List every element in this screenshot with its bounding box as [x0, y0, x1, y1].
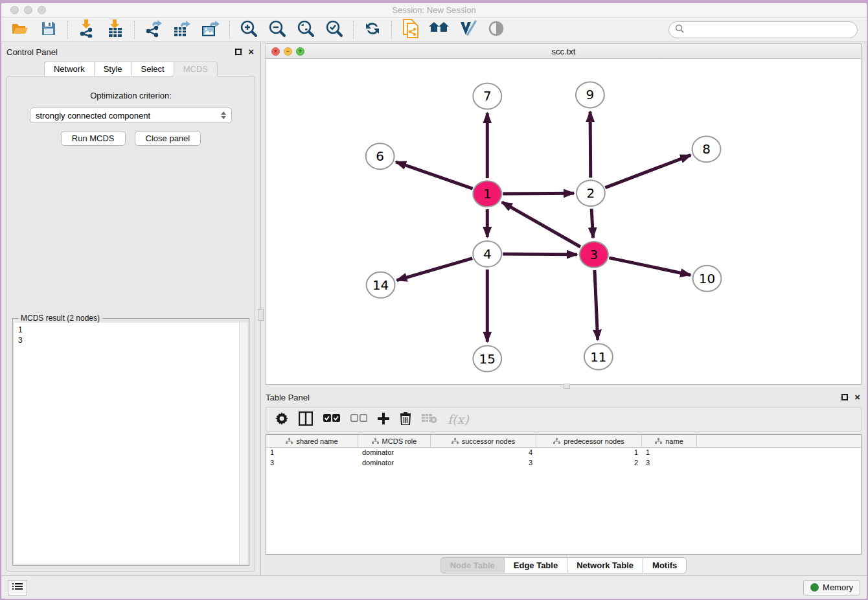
float-panel-icon[interactable] [235, 49, 242, 55]
column-header-predecessor-nodes[interactable]: predecessor nodes [536, 435, 642, 447]
fx-icon: f(x) [448, 412, 469, 426]
export-table-button[interactable] [170, 19, 194, 40]
column-header-successor-nodes[interactable]: successor nodes [431, 435, 536, 447]
open-session-button[interactable] [8, 19, 32, 40]
table-cell[interactable]: 4 [431, 448, 536, 458]
select-all-columns-button[interactable] [323, 414, 340, 424]
table-header-row: shared nameMCDS rolesuccessor nodesprede… [266, 435, 861, 448]
clone-network-button[interactable] [398, 19, 423, 40]
export-table-icon [173, 19, 191, 40]
main-toolbar [1, 17, 867, 42]
network-window: × − + scc.txt 7968124314101511 [266, 43, 862, 385]
zoom-out-button[interactable] [265, 19, 290, 40]
graph-edge-2-8[interactable] [605, 155, 691, 187]
refresh-button[interactable] [360, 19, 385, 40]
graph-edge-2-3[interactable] [591, 209, 593, 238]
table-cell[interactable]: 1 [266, 448, 358, 458]
tab-style[interactable]: Style [94, 62, 131, 76]
import-table-button[interactable] [103, 19, 128, 40]
graph-edge-4-3[interactable] [503, 254, 577, 255]
toolbar-separator [67, 21, 68, 39]
node-table[interactable]: shared nameMCDS rolesuccessor nodesprede… [266, 434, 862, 555]
graph-edge-4-14[interactable] [397, 259, 473, 281]
export-network-icon [144, 19, 163, 40]
search-input[interactable] [688, 25, 851, 34]
optimization-select[interactable]: strongly connected component [30, 108, 232, 123]
zoom-in-button[interactable] [236, 19, 261, 40]
tab-edge-table[interactable]: Edge Table [504, 557, 567, 573]
graph-edge-2-9[interactable] [590, 111, 591, 178]
control-panel: Control Panel × NetworkStyleSelectMCDS O… [1, 42, 261, 575]
table-settings-button[interactable] [275, 412, 288, 427]
memory-button[interactable]: Memory [803, 580, 860, 595]
network-canvas[interactable]: 7968124314101511 [266, 59, 861, 384]
graph-node-label-6: 6 [376, 148, 384, 164]
graph-node-label-1: 1 [483, 186, 492, 202]
graph-node-label-3: 3 [590, 247, 599, 262]
graph-node-label-10: 10 [699, 271, 715, 286]
column-header-name[interactable]: name [642, 435, 697, 447]
horizontal-splitter[interactable] [266, 385, 862, 389]
table-cell[interactable]: dominator [358, 448, 431, 458]
birds-eye-view-button[interactable] [484, 19, 508, 40]
graph-edge-3-11[interactable] [595, 270, 598, 340]
tab-node-table[interactable]: Node Table [440, 557, 504, 573]
table-row[interactable]: 3dominator323 [266, 458, 861, 468]
horizontal-splitter-handle[interactable] [564, 384, 570, 389]
tab-mcds[interactable]: MCDS [174, 62, 218, 76]
close-panel-icon[interactable]: × [248, 49, 254, 55]
zoom-out-icon [268, 19, 286, 40]
save-icon [41, 21, 56, 38]
table-row[interactable]: 1dominator411 [266, 448, 861, 458]
plus-icon [378, 413, 389, 426]
graph-edge-1-6[interactable] [396, 162, 473, 189]
table-cell[interactable]: dominator [358, 458, 431, 468]
table-cell[interactable]: 3 [266, 458, 358, 468]
gear-icon [275, 412, 288, 427]
unselect-all-columns-button[interactable] [350, 414, 367, 424]
table-cell[interactable]: 1 [642, 448, 697, 458]
graphics-details-button[interactable] [455, 19, 480, 40]
export-image-button[interactable] [198, 19, 223, 40]
export-network-button[interactable] [141, 19, 166, 40]
delete-column-button[interactable] [400, 412, 411, 427]
table-cell[interactable]: 3 [642, 458, 697, 468]
function-builder-button[interactable]: f(x) [448, 412, 469, 426]
show-columns-button[interactable] [299, 411, 313, 428]
memory-status-icon [810, 583, 819, 592]
close-table-panel-icon[interactable]: × [854, 394, 860, 400]
import-network-button[interactable] [74, 19, 99, 40]
close-panel-button[interactable]: Close panel [135, 131, 201, 146]
vertical-splitter-handle[interactable] [258, 309, 264, 321]
tab-select[interactable]: Select [131, 62, 174, 76]
tab-network[interactable]: Network [44, 62, 94, 76]
mcds-result-list[interactable]: 1 3 [14, 323, 239, 564]
refresh-icon [364, 20, 381, 39]
table-cell[interactable]: 3 [431, 458, 536, 468]
graphics-details-icon [459, 20, 477, 39]
zoom-in-icon [240, 19, 258, 40]
zoom-fit-button[interactable] [293, 19, 318, 40]
save-session-button[interactable] [36, 19, 61, 40]
column-header-shared-name[interactable]: shared name [266, 435, 358, 447]
tab-network-table[interactable]: Network Table [567, 557, 643, 573]
titlebar: Session: New Session [1, 3, 867, 17]
result-scrollbar[interactable] [239, 323, 247, 564]
graph-edge-3-10[interactable] [609, 258, 691, 275]
graph-edge-1-2[interactable] [503, 193, 574, 194]
table-cell[interactable]: 1 [536, 448, 642, 458]
add-column-button[interactable] [378, 413, 389, 426]
table-cell[interactable]: 2 [536, 458, 642, 468]
column-header-MCDS-role[interactable]: MCDS role [358, 435, 431, 447]
search-box[interactable] [668, 21, 858, 38]
search-icon [675, 24, 684, 36]
zoom-selected-button[interactable] [322, 19, 347, 40]
toolbar-separator [353, 21, 354, 39]
float-table-panel-icon[interactable] [841, 394, 848, 400]
delete-table-button[interactable] [422, 413, 437, 426]
task-history-button[interactable] [8, 580, 27, 595]
graph-edge-3-1[interactable] [502, 202, 580, 247]
run-mcds-button[interactable]: Run MCDS [61, 131, 126, 146]
tab-motifs[interactable]: Motifs [643, 557, 687, 573]
first-neighbors-button[interactable] [427, 19, 451, 40]
